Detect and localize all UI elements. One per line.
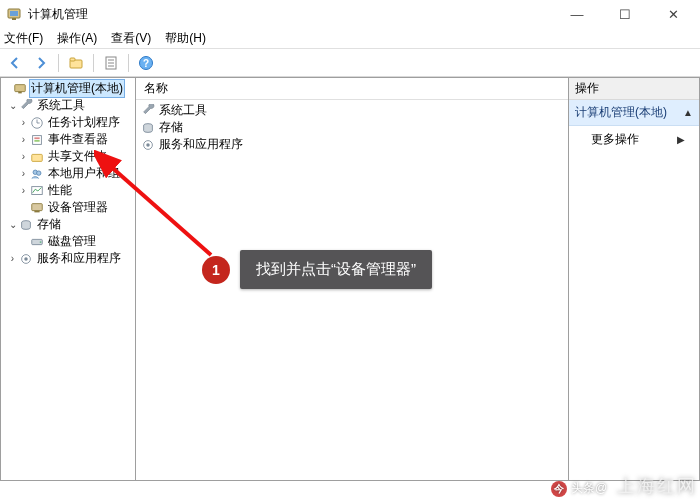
tree-event-viewer[interactable]: › 事件查看器 [1,131,135,148]
tree-label: 本地用户和组 [46,165,122,182]
tree-label: 磁盘管理 [46,233,98,250]
actions-pane: 操作 计算机管理(本地) ▲ 更多操作 ▶ [569,77,700,481]
tree-label: 存储 [35,216,63,233]
titlebar: 计算机管理 — ☐ ✕ [0,0,700,28]
collapse-icon[interactable]: ⌄ [7,100,18,111]
svg-point-27 [24,257,28,261]
actions-section-label: 计算机管理(本地) [575,104,667,121]
tree-sys-tools[interactable]: ⌄ 系统工具 [1,97,135,114]
list-header-name[interactable]: 名称 [136,78,568,100]
minimize-button[interactable]: — [562,3,592,25]
watermark-source-text: 头条@ [571,480,607,497]
properties-button[interactable] [100,52,122,74]
actions-section[interactable]: 计算机管理(本地) ▲ [569,100,699,126]
svg-point-19 [37,170,41,174]
tree-label: 计算机管理(本地) [29,79,125,98]
tree-task-scheduler[interactable]: › 任务计划程序 [1,114,135,131]
expand-icon[interactable]: › [18,117,29,128]
services-icon [18,251,34,267]
perf-icon [29,183,45,199]
expand-icon[interactable]: › [18,185,29,196]
services-icon [140,137,156,153]
close-button[interactable]: ✕ [658,3,688,25]
expand-icon[interactable]: › [18,168,29,179]
tree: 计算机管理(本地) ⌄ 系统工具 › 任务计划程序 › 事件查看器 › 共享文件 [1,78,135,269]
svg-rect-15 [34,137,39,139]
actions-more-label: 更多操作 [591,131,639,148]
window-title: 计算机管理 [28,6,562,23]
svg-point-25 [40,241,42,243]
tree-label: 共享文件夹 [46,148,110,165]
actions-more[interactable]: 更多操作 ▶ [569,126,699,153]
expand-icon[interactable]: › [18,134,29,145]
tree-label: 性能 [46,182,74,199]
tree-root[interactable]: 计算机管理(本地) [1,80,135,97]
storage-icon [18,217,34,233]
svg-rect-12 [18,91,22,93]
device-icon [29,200,45,216]
collapse-icon[interactable]: ⌄ [7,219,18,230]
toolbar: ? [0,49,700,77]
list-item[interactable]: 系统工具 [140,102,564,119]
list-item-label: 系统工具 [159,102,207,119]
svg-rect-17 [32,154,43,161]
watermark-source: 今 头条@ [551,480,607,497]
watermark-brand: 上海红网 [617,474,697,498]
tree-label: 任务计划程序 [46,114,122,131]
menubar: 文件(F) 操作(A) 查看(V) 帮助(H) [0,28,700,48]
computer-icon [12,81,28,97]
svg-rect-4 [70,58,75,61]
folder-share-icon [29,149,45,165]
menu-action[interactable]: 操作(A) [57,30,97,47]
svg-rect-22 [34,210,39,212]
svg-rect-21 [32,203,43,210]
tree-label: 系统工具 [35,97,87,114]
help-button[interactable]: ? [135,52,157,74]
chevron-up-icon: ▲ [683,107,693,118]
tree-performance[interactable]: › 性能 [1,182,135,199]
list-item-label: 服务和应用程序 [159,136,243,153]
tree-local-users[interactable]: › 本地用户和组 [1,165,135,182]
actions-header: 操作 [569,78,699,100]
list-body: 系统工具 存储 服务和应用程序 [136,100,568,155]
tree-storage[interactable]: ⌄ 存储 [1,216,135,233]
toutiao-logo-icon: 今 [551,481,567,497]
tree-device-manager[interactable]: 设备管理器 [1,199,135,216]
tree-services-apps[interactable]: › 服务和应用程序 [1,250,135,267]
menu-file[interactable]: 文件(F) [4,30,43,47]
chevron-right-icon: ▶ [677,134,685,145]
annotation-callout: 1 找到并点击“设备管理器” [202,250,432,289]
expand-icon[interactable]: › [7,253,18,264]
tree-label: 事件查看器 [46,131,110,148]
tree-label: 服务和应用程序 [35,250,123,267]
wrench-icon [18,98,34,114]
event-icon [29,132,45,148]
svg-rect-2 [12,18,16,20]
svg-rect-11 [15,84,26,91]
tree-pane: 计算机管理(本地) ⌄ 系统工具 › 任务计划程序 › 事件查看器 › 共享文件 [0,77,135,481]
tree-disk-management[interactable]: 磁盘管理 [1,233,135,250]
svg-rect-16 [34,140,39,142]
expand-icon[interactable]: › [18,151,29,162]
app-icon [6,6,22,22]
annotation-step-badge: 1 [202,256,230,284]
svg-text:?: ? [143,58,149,69]
list-item[interactable]: 存储 [140,119,564,136]
maximize-button[interactable]: ☐ [610,3,640,25]
forward-button[interactable] [30,52,52,74]
storage-icon [140,120,156,136]
back-button[interactable] [4,52,26,74]
menu-help[interactable]: 帮助(H) [165,30,206,47]
menu-view[interactable]: 查看(V) [111,30,151,47]
tree-shared-folders[interactable]: › 共享文件夹 [1,148,135,165]
tree-label: 设备管理器 [46,199,110,216]
users-icon [29,166,45,182]
window-buttons: — ☐ ✕ [562,3,694,25]
wrench-icon [140,103,156,119]
up-button[interactable] [65,52,87,74]
list-item-label: 存储 [159,119,183,136]
disk-icon [29,234,45,250]
annotation-text: 找到并点击“设备管理器” [240,250,432,289]
svg-rect-1 [10,11,18,16]
list-item[interactable]: 服务和应用程序 [140,136,564,153]
